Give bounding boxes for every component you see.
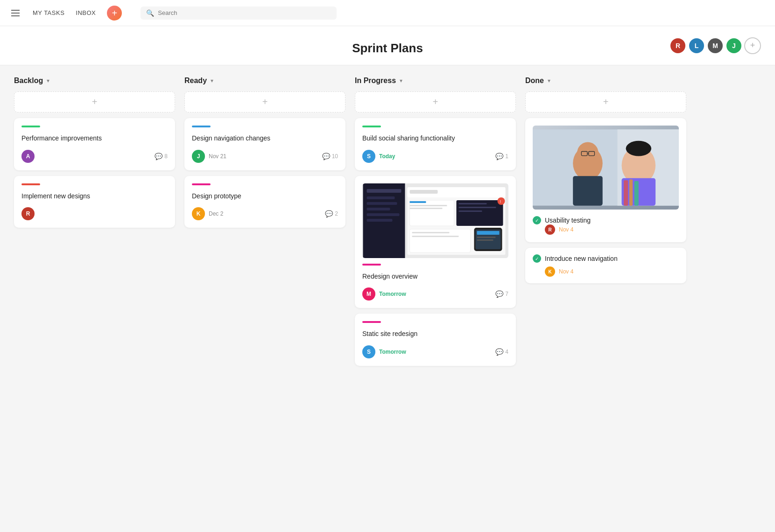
card-meta: A bbox=[21, 150, 35, 163]
ready-column-header: Ready ▾ bbox=[184, 77, 345, 85]
card-accent bbox=[21, 126, 40, 127]
card-date: Tomorrow bbox=[379, 291, 406, 297]
done-chevron-icon[interactable]: ▾ bbox=[548, 77, 550, 84]
card-title: Redesign overview bbox=[362, 272, 508, 281]
card-title: Implement new designs bbox=[21, 192, 168, 201]
check-icon: ✓ bbox=[533, 216, 541, 224]
kanban-board: Backlog ▾ + Performance improvements A 💬… bbox=[0, 65, 775, 383]
search-bar: 🔍 bbox=[141, 7, 337, 20]
done-column: Done ▾ + bbox=[525, 77, 686, 289]
card-meta: S Today bbox=[362, 150, 395, 163]
inprogress-chevron-icon[interactable]: ▾ bbox=[400, 77, 402, 84]
ready-title: Ready bbox=[184, 77, 207, 85]
search-input[interactable] bbox=[158, 9, 331, 16]
card-design-prototype[interactable]: Design prototype K Dec 2 💬 2 bbox=[184, 176, 345, 228]
avatar-2[interactable]: L bbox=[688, 37, 705, 54]
card-avatar: R bbox=[21, 207, 35, 220]
comment-count: 1 bbox=[505, 153, 508, 160]
avatar-group: R L M J + bbox=[669, 37, 761, 54]
page-title: Sprint Plans bbox=[352, 41, 423, 56]
card-avatar: K bbox=[545, 266, 555, 277]
comment-count: 2 bbox=[335, 210, 338, 217]
my-tasks-link[interactable]: MY TASKS bbox=[33, 9, 64, 16]
comment-count: 8 bbox=[164, 153, 168, 160]
done-column-header: Done ▾ bbox=[525, 77, 686, 85]
ready-add-card-button[interactable]: + bbox=[184, 91, 345, 112]
card-performance-improvements[interactable]: Performance improvements A 💬 8 bbox=[14, 118, 175, 170]
backlog-chevron-icon[interactable]: ▾ bbox=[47, 77, 49, 84]
svg-rect-20 bbox=[412, 232, 450, 233]
svg-point-32 bbox=[577, 142, 598, 163]
card-comments: 💬 10 bbox=[322, 153, 338, 160]
card-footer: A 💬 8 bbox=[21, 150, 168, 163]
svg-rect-10 bbox=[410, 190, 438, 194]
card-date: Dec 2 bbox=[209, 210, 223, 217]
top-navigation: MY TASKS INBOX + 🔍 bbox=[0, 0, 775, 26]
add-button[interactable]: + bbox=[107, 6, 122, 21]
card-avatar: M bbox=[362, 287, 375, 301]
svg-rect-21 bbox=[412, 236, 459, 237]
card-accent bbox=[192, 126, 211, 127]
card-footer: M Tomorrow 💬 7 bbox=[362, 287, 508, 301]
svg-rect-5 bbox=[367, 208, 390, 210]
inprogress-title: In Progress bbox=[355, 77, 396, 85]
card-implement-new-designs[interactable]: Implement new designs R bbox=[14, 176, 175, 228]
svg-rect-17 bbox=[459, 207, 496, 208]
svg-rect-14 bbox=[410, 208, 443, 209]
card-title: Build social sharing functionality bbox=[362, 134, 508, 143]
inbox-link[interactable]: INBOX bbox=[76, 9, 96, 16]
svg-rect-24 bbox=[477, 231, 500, 235]
card-date: Nov 21 bbox=[209, 153, 226, 160]
card-meta: K Dec 2 bbox=[192, 207, 223, 220]
done-task-date: Nov 4 bbox=[559, 268, 573, 275]
avatar-1[interactable]: R bbox=[669, 37, 686, 54]
card-build-social-sharing[interactable]: Build social sharing functionality S Tod… bbox=[355, 118, 516, 170]
backlog-add-card-button[interactable]: + bbox=[14, 91, 175, 112]
card-accent bbox=[21, 183, 40, 185]
avatar-3[interactable]: M bbox=[707, 37, 724, 54]
card-meta: S Tomorrow bbox=[362, 345, 406, 358]
svg-rect-4 bbox=[367, 202, 397, 205]
card-static-site-redesign[interactable]: Static site redesign S Tomorrow 💬 4 bbox=[355, 314, 516, 366]
svg-rect-40 bbox=[634, 181, 639, 206]
done-task-title: Usability testing bbox=[545, 217, 591, 224]
card-design-navigation-changes[interactable]: Design navigation changes J Nov 21 💬 10 bbox=[184, 118, 345, 170]
comment-icon: 💬 bbox=[495, 290, 503, 298]
done-add-card-button[interactable]: + bbox=[525, 91, 686, 112]
add-member-button[interactable]: + bbox=[744, 37, 761, 54]
card-accent bbox=[362, 126, 381, 127]
svg-rect-18 bbox=[459, 210, 482, 212]
comment-icon: 💬 bbox=[495, 153, 503, 160]
comment-icon: 💬 bbox=[155, 153, 162, 160]
backlog-column-header: Backlog ▾ bbox=[14, 77, 175, 85]
svg-rect-33 bbox=[573, 176, 603, 206]
done-task-footer: K Nov 4 bbox=[545, 266, 679, 277]
comment-icon: 💬 bbox=[322, 153, 330, 160]
card-accent bbox=[362, 264, 381, 266]
card-usability-testing[interactable]: ✓ Usability testing R Nov 4 bbox=[525, 118, 686, 242]
svg-point-36 bbox=[626, 141, 651, 156]
card-comments: 💬 2 bbox=[325, 210, 338, 217]
avatar-4[interactable]: J bbox=[726, 37, 742, 54]
card-comments: 💬 4 bbox=[495, 348, 508, 356]
svg-rect-16 bbox=[459, 203, 487, 204]
card-comments: 💬 7 bbox=[495, 290, 508, 298]
card-avatar: K bbox=[192, 207, 205, 220]
comment-icon: 💬 bbox=[325, 210, 333, 217]
inprogress-add-card-button[interactable]: + bbox=[355, 91, 516, 112]
done-task-footer: R Nov 4 bbox=[545, 224, 679, 235]
svg-rect-3 bbox=[367, 196, 395, 199]
card-avatar: J bbox=[192, 150, 205, 163]
card-title: Performance improvements bbox=[21, 134, 168, 143]
hamburger-menu[interactable] bbox=[9, 8, 21, 18]
comment-count: 7 bbox=[505, 291, 508, 297]
svg-point-27 bbox=[498, 197, 505, 205]
ready-chevron-icon[interactable]: ▾ bbox=[211, 77, 213, 84]
comment-count: 4 bbox=[505, 349, 508, 355]
card-title: Design navigation changes bbox=[192, 134, 338, 143]
card-footer: R bbox=[21, 207, 168, 220]
card-introduce-new-navigation[interactable]: ✓ Introduce new navigation K Nov 4 bbox=[525, 248, 686, 283]
card-redesign-overview[interactable]: ! Redesign overview M Tomorrow 💬 7 bbox=[355, 176, 516, 308]
svg-text:!: ! bbox=[500, 199, 501, 204]
svg-rect-12 bbox=[410, 201, 426, 203]
